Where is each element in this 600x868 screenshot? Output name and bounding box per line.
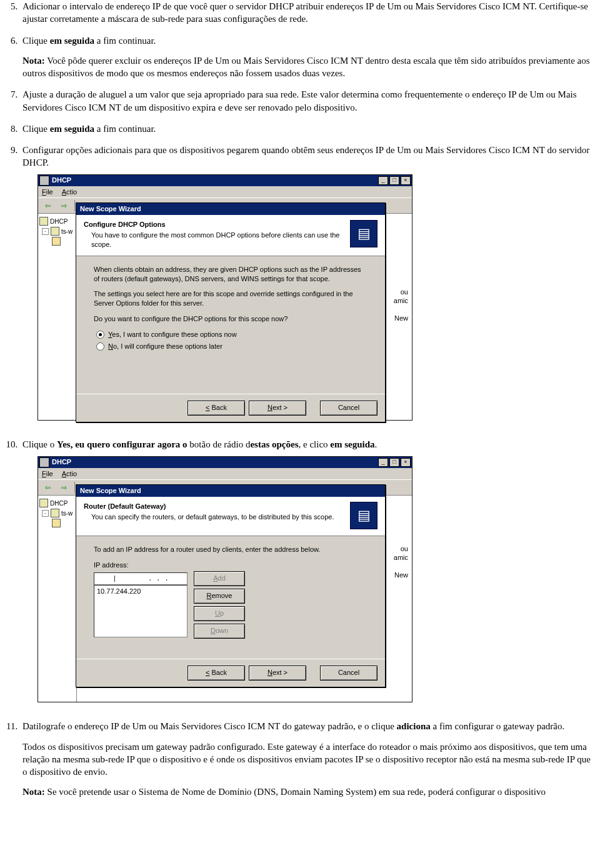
wizard-header-icon: ▤	[350, 502, 378, 529]
wizard-title: New Scope Wizard	[76, 485, 385, 497]
s11-p1-a: Datilografe o endereço IP de Um ou Mais …	[22, 721, 397, 731]
dhcp-window-2: DHCP _ □ × File Actio ⇦ ⇨ DHCP -ts-w	[38, 456, 412, 703]
wizard-para-3: Do you want to configure the DHCP option…	[94, 314, 368, 324]
tree-root-label[interactable]: DHCP	[50, 217, 68, 226]
dhcp-window-1: DHCP _ □ × File Actio ⇦ ⇨ DHCP -ts-w	[38, 174, 412, 421]
bg-text-1: ou	[401, 544, 408, 554]
cancel-button[interactable]: Cancel	[320, 401, 378, 416]
ip-address-input[interactable]: | . . .	[94, 572, 188, 585]
tree-leaf-icon[interactable]	[52, 519, 61, 527]
s10-e: , e clico	[299, 439, 331, 449]
remove-button[interactable]: Remove	[194, 589, 245, 604]
forward-icon[interactable]: ⇨	[57, 199, 71, 212]
wizard-para-2: The settings you select here are for thi…	[94, 289, 368, 308]
step6-note-lbl: Nota:	[22, 56, 45, 66]
menubar: File Actio	[38, 186, 412, 199]
titlebar[interactable]: DHCP _ □ ×	[38, 457, 412, 468]
list-item[interactable]: 10.77.244.220	[97, 587, 184, 596]
radio-yes[interactable]	[96, 331, 104, 339]
s11-p1-c: a fim configurar o gateway padrão.	[431, 721, 565, 731]
s10-d: estas opções	[250, 439, 298, 449]
s11-p1-b: adiciona	[397, 721, 431, 731]
menubar: File Actio	[38, 468, 412, 481]
s10-a: Clique o	[22, 439, 57, 449]
back-icon[interactable]: ⇦	[41, 199, 54, 212]
bg-text-3: New	[394, 314, 408, 323]
wizard-para-1: To add an IP address for a router used b…	[94, 545, 368, 554]
radio-no[interactable]	[96, 342, 104, 351]
bg-text-2: amic	[394, 553, 408, 562]
wizard-title: New Scope Wizard	[76, 203, 385, 215]
tree-node-label[interactable]: ts-w	[61, 227, 72, 236]
step8-c: a fim continuar.	[94, 124, 156, 134]
step8-a: Clique	[22, 124, 50, 134]
s10-b: Yes, eu quero configurar agora o	[57, 439, 188, 449]
maximize-button[interactable]: □	[389, 176, 399, 185]
wizard-heading: Router (Default Gateway)	[84, 502, 350, 511]
bg-text-3: New	[394, 571, 408, 580]
menu-action[interactable]: Actio	[62, 469, 77, 479]
step-5: Adicionar o intervalo de endereço IP de …	[20, 0, 595, 26]
maximize-button[interactable]: □	[389, 458, 399, 467]
back-button[interactable]: < Back	[188, 401, 245, 416]
forward-icon[interactable]: ⇨	[57, 481, 71, 494]
step5-text: Adicionar o intervalo de endereço IP de …	[22, 1, 588, 24]
wizard-heading: Configure DHCP Options	[84, 220, 350, 229]
minimize-button[interactable]: _	[378, 458, 388, 467]
window-title: DHCP	[52, 457, 377, 467]
bg-text-2: amic	[394, 296, 408, 306]
next-button[interactable]: Next >	[249, 401, 306, 416]
step-7: Ajuste a duração de aluguel a um valor q…	[20, 88, 595, 114]
wizard-subheading: You have to configure the most common DH…	[84, 231, 350, 249]
down-button[interactable]: Down	[194, 624, 245, 639]
app-icon	[39, 457, 49, 467]
step-10: Clique o Yes, eu quero configurar agora …	[20, 438, 595, 702]
tree-collapse-icon[interactable]: -	[42, 228, 49, 235]
tree-pane: DHCP -ts-w	[38, 214, 77, 420]
step9-text: Configurar opções adicionais para que os…	[22, 145, 589, 167]
menu-action[interactable]: Actio	[62, 187, 77, 197]
titlebar[interactable]: DHCP _ □ ×	[38, 175, 412, 186]
s11-note-lbl: Nota:	[22, 787, 45, 797]
s11-p2: Todos os dispositivos precisam um gatewa…	[22, 741, 595, 779]
tree-root-icon	[39, 499, 48, 507]
step6-text-c: a fim continuar.	[94, 36, 156, 46]
minimize-button[interactable]: _	[378, 176, 388, 185]
new-scope-wizard-dialog: New Scope Wizard Configure DHCP Options …	[76, 202, 386, 422]
step-9: Configurar opções adicionais para que os…	[20, 144, 595, 421]
app-icon	[39, 176, 49, 186]
tree-node-label[interactable]: ts-w	[61, 509, 72, 518]
back-icon[interactable]: ⇦	[41, 481, 54, 494]
tree-root-icon	[39, 217, 48, 226]
router-listbox[interactable]: 10.77.244.220	[94, 585, 188, 637]
add-button[interactable]: Add	[194, 571, 245, 586]
tree-pane: DHCP -ts-w	[38, 496, 77, 702]
menu-file[interactable]: File	[42, 469, 53, 479]
tree-node-icon	[51, 509, 59, 517]
router-gateway-wizard-dialog: New Scope Wizard Router (Default Gateway…	[76, 484, 386, 687]
toolbar-separator	[74, 200, 75, 211]
tree-leaf-icon[interactable]	[52, 237, 61, 246]
step6-bold: em seguida	[50, 36, 94, 46]
tree-node-icon	[51, 227, 59, 236]
radio-yes-label[interactable]: Yes, I want to configure these options n…	[108, 330, 237, 339]
next-button[interactable]: Next >	[249, 666, 306, 681]
up-button[interactable]: Up	[194, 606, 245, 621]
toolbar-separator	[74, 482, 75, 493]
radio-no-label[interactable]: No, I will configure these options later	[108, 342, 222, 351]
menu-file[interactable]: File	[42, 187, 53, 197]
s10-f: em seguida	[330, 439, 374, 449]
tree-root-label[interactable]: DHCP	[50, 499, 68, 508]
close-button[interactable]: ×	[401, 176, 411, 185]
back-button[interactable]: < Back	[188, 666, 245, 681]
cancel-button[interactable]: Cancel	[320, 666, 378, 681]
step6-text-a: Clique	[22, 36, 50, 46]
s11-note-body: Se você pretende usar o Sistema de Nome …	[45, 787, 546, 797]
close-button[interactable]: ×	[401, 458, 411, 467]
wizard-para-1: When clients obtain an address, they are…	[94, 265, 368, 284]
step-6: Clique em seguida a fim continuar. Nota:…	[20, 34, 595, 80]
step6-note-body: Você pôde querer excluir os endereços IP…	[22, 56, 590, 78]
ip-cursor: |	[112, 574, 117, 584]
window-title: DHCP	[52, 176, 377, 185]
tree-collapse-icon[interactable]: -	[42, 510, 49, 517]
